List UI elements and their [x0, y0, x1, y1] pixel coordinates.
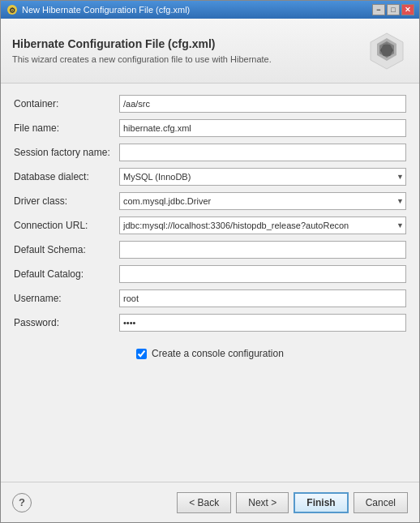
help-button[interactable]: ? [12, 493, 32, 512]
wizard-title: Hibernate Configuration File (cfg.xml) [12, 37, 366, 50]
password-row: Password: [14, 314, 406, 332]
footer-buttons: < Back Next > Finish Cancel [32, 492, 408, 513]
maximize-button[interactable]: □ [387, 4, 400, 15]
hibernate-logo [366, 30, 408, 72]
password-label: Password: [14, 317, 119, 328]
connection-url-select[interactable]: jdbc:mysql://localhost:3306/histopdb_rel… [119, 216, 406, 234]
help-icon: ? [19, 496, 25, 508]
connection-url-wrapper: jdbc:mysql://localhost:3306/histopdb_rel… [119, 216, 406, 234]
database-dialect-row: Database dialect: MySQL (InnoDB) MySQL P… [14, 168, 406, 186]
console-config-label[interactable]: Create a console configuration [152, 348, 284, 359]
wizard-content: Container: File name: Session factory na… [1, 84, 419, 482]
minimize-button[interactable]: − [372, 4, 385, 15]
default-schema-input[interactable] [119, 241, 406, 259]
window-title: New Hibernate Configuration File (cfg.xm… [22, 5, 372, 15]
default-schema-row: Default Schema: [14, 241, 406, 259]
session-factory-input[interactable] [119, 144, 406, 161]
container-label: Container: [14, 98, 119, 109]
default-catalog-row: Default Catalog: [14, 265, 406, 283]
username-label: Username: [14, 293, 119, 304]
filename-input[interactable] [119, 119, 406, 137]
filename-label: File name: [14, 122, 119, 134]
svg-text:⚙: ⚙ [9, 6, 15, 15]
wizard-footer: ? < Back Next > Finish Cancel [1, 482, 419, 522]
database-dialect-select[interactable]: MySQL (InnoDB) MySQL PostgreSQL Oracle H… [119, 168, 406, 186]
connection-url-label: Connection URL: [14, 220, 119, 231]
password-input[interactable] [119, 314, 406, 332]
default-schema-label: Default Schema: [14, 244, 119, 255]
close-button[interactable]: ✕ [401, 4, 414, 15]
database-dialect-wrapper: MySQL (InnoDB) MySQL PostgreSQL Oracle H… [119, 168, 406, 186]
default-catalog-input[interactable] [119, 265, 406, 283]
window-controls: − □ ✕ [372, 4, 414, 15]
database-dialect-label: Database dialect: [14, 171, 119, 182]
header-text: Hibernate Configuration File (cfg.xml) T… [12, 37, 366, 64]
driver-class-row: Driver class: com.mysql.jdbc.Driver org.… [14, 192, 406, 210]
console-config-checkbox[interactable] [136, 349, 147, 359]
finish-button[interactable]: Finish [294, 492, 348, 513]
filename-row: File name: [14, 119, 406, 137]
wizard-header: Hibernate Configuration File (cfg.xml) T… [1, 19, 419, 84]
container-input[interactable] [119, 95, 406, 113]
cancel-button[interactable]: Cancel [354, 492, 408, 513]
session-factory-row: Session factory name: [14, 144, 406, 161]
container-row: Container: [14, 95, 406, 113]
main-window: ⚙ New Hibernate Configuration File (cfg.… [0, 0, 420, 523]
wizard-subtitle: This wizard creates a new configuration … [12, 54, 366, 64]
connection-url-row: Connection URL: jdbc:mysql://localhost:3… [14, 216, 406, 234]
driver-class-select[interactable]: com.mysql.jdbc.Driver org.postgresql.Dri… [119, 192, 406, 210]
session-factory-label: Session factory name: [14, 147, 119, 158]
next-button[interactable]: Next > [236, 492, 289, 513]
window-icon: ⚙ [6, 3, 19, 16]
back-button[interactable]: < Back [177, 492, 231, 513]
username-row: Username: [14, 289, 406, 307]
title-bar: ⚙ New Hibernate Configuration File (cfg.… [1, 1, 419, 19]
console-config-row: Create a console configuration [14, 348, 406, 359]
default-catalog-label: Default Catalog: [14, 268, 119, 280]
driver-class-label: Driver class: [14, 195, 119, 207]
driver-class-wrapper: com.mysql.jdbc.Driver org.postgresql.Dri… [119, 192, 406, 210]
username-input[interactable] [119, 289, 406, 307]
